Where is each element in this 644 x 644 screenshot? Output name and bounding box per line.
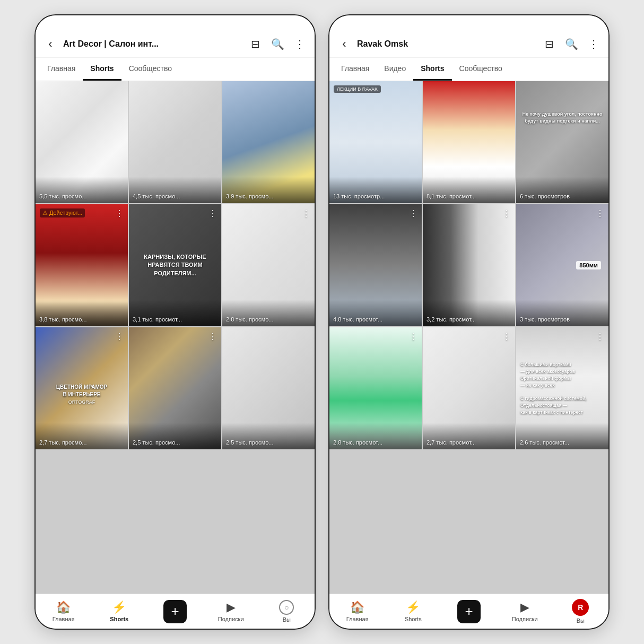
video-thumb-2-7[interactable]: ⋮ 2,8 тыс. просмот... (329, 327, 422, 449)
video-thumb-1-1[interactable]: 5,5 тыс. просмо... (36, 81, 128, 203)
video-thumb-1-5[interactable]: ⋮ КАРНИЗЫ, КОТОРЫЕ НРАВЯТСЯ ТВОИМ РОДИТЕ… (129, 204, 221, 326)
video-thumb-1-6[interactable]: ⋮ 2,8 тыс. просмо... (222, 204, 315, 326)
bottom-nav-subscriptions-1[interactable]: ▶ Подписки (215, 601, 247, 622)
video-thumb-1-2[interactable]: 4,5 тыс. просмо... (129, 81, 221, 203)
status-bar-2 (329, 15, 608, 30)
back-button-2[interactable]: ‹ (335, 37, 354, 51)
phone-artdecor: ‹ Art Decor | Салон инт... ⊟ 🔍 ⋮ Главная… (34, 14, 316, 630)
bottom-nav-you-2[interactable]: R Вы (564, 599, 596, 624)
home-label-2: Главная (346, 616, 369, 622)
plus-button-2[interactable]: + (457, 600, 481, 623)
you-label-1: Вы (283, 616, 291, 623)
back-button-1[interactable]: ‹ (41, 37, 60, 51)
video-grid-2: ЛЕКЦИИ В RAVAK 13 тыс. просмотр... 8,1 т… (329, 81, 608, 594)
shorts-icon-2: ⚡ (406, 601, 420, 614)
video-thumb-2-8[interactable]: ⋮ 2,7 тыс. просмот... (423, 327, 515, 449)
subscriptions-label-2: Подписки (512, 616, 538, 622)
tab-community-2[interactable]: Сообщество (452, 58, 510, 81)
top-nav-2: ‹ Ravak Omsk ⊟ 🔍 ⋮ (329, 30, 608, 58)
bottom-nav-shorts-1[interactable]: ⚡ Shorts (103, 601, 135, 622)
shorts-label-2: Shorts (405, 616, 422, 622)
plus-button-1[interactable]: + (163, 600, 187, 623)
ravak-avatar-icon: R (572, 599, 589, 616)
video-thumb-1-3[interactable]: 3,9 тыс. просмо... (222, 81, 315, 203)
video-thumb-1-4[interactable]: ⚠ Действуют... ⋮ 3,8 тыс. просмо... (36, 204, 128, 326)
bottom-nav-shorts-2[interactable]: ⚡ Shorts (397, 601, 429, 622)
video-thumb-2-9[interactable]: ⋮ С большими вортками— для всех аксессуа… (516, 327, 608, 449)
bottom-nav-1: 🏠 Главная ⚡ Shorts + ▶ Подписки ○ Вы (36, 594, 315, 629)
subscriptions-icon-1: ▶ (227, 601, 236, 614)
bottom-nav-plus-2[interactable]: + (453, 600, 485, 623)
top-nav-1: ‹ Art Decor | Салон инт... ⊟ 🔍 ⋮ (36, 30, 315, 58)
bottom-nav-2: 🏠 Главная ⚡ Shorts + ▶ Подписки R Вы (329, 594, 608, 629)
more-icon-1[interactable]: ⋮ (290, 34, 309, 54)
more-icon-2[interactable]: ⋮ (584, 34, 603, 54)
tab-home-1[interactable]: Главная (40, 58, 83, 81)
video-thumb-1-9[interactable]: 2,5 тыс. просмо... (222, 327, 315, 449)
cast-icon-2[interactable]: ⊟ (539, 34, 559, 54)
bottom-nav-home-1[interactable]: 🏠 Главная (48, 601, 80, 622)
you-icon-1: ○ (279, 600, 294, 615)
home-label-1: Главная (53, 616, 75, 622)
tab-home-2[interactable]: Главная (334, 58, 377, 81)
tab-community-1[interactable]: Сообщество (121, 58, 179, 81)
bottom-nav-you-1[interactable]: ○ Вы (271, 600, 302, 623)
video-thumb-2-5[interactable]: ⋮ 3,2 тыс. просмот... (423, 204, 515, 326)
video-thumb-2-4[interactable]: ⋮ 4,8 тыс. просмот... (329, 204, 422, 326)
bottom-nav-home-2[interactable]: 🏠 Главная (342, 601, 373, 622)
tab-bar-1: Главная Shorts Сообщество (36, 58, 315, 81)
phone-ravak: ‹ Ravak Omsk ⊟ 🔍 ⋮ Главная Видео Shorts … (328, 14, 610, 630)
home-icon-2: 🏠 (350, 601, 364, 614)
video-thumb-2-3[interactable]: Не хочу душевой угол, постоянно будут ви… (516, 81, 608, 203)
cast-icon-1[interactable]: ⊟ (246, 34, 265, 54)
bottom-nav-plus-1[interactable]: + (159, 600, 191, 623)
shorts-icon-1: ⚡ (112, 601, 126, 614)
search-icon-2[interactable]: 🔍 (562, 34, 581, 54)
tab-shorts-1[interactable]: Shorts (83, 58, 121, 81)
video-thumb-1-7[interactable]: ⋮ ЦВЕТНОЙ МРАМОРВ ИНТЕРЬЕРЕORTOGRAF 2,7 … (36, 327, 128, 449)
search-icon-1[interactable]: 🔍 (268, 34, 287, 54)
video-thumb-2-2[interactable]: 8,1 тыс. просмот... (423, 81, 515, 203)
video-thumb-2-1[interactable]: ЛЕКЦИИ В RAVAK 13 тыс. просмотр... (329, 81, 422, 203)
bottom-nav-subscriptions-2[interactable]: ▶ Подписки (509, 601, 541, 622)
channel-title-1: Art Decor | Салон инт... (63, 39, 242, 49)
shorts-label-1: Shorts (110, 616, 128, 622)
video-thumb-2-6[interactable]: ⋮ 850мм 3 тыс. просмотров (516, 204, 608, 326)
subscriptions-label-1: Подписки (218, 616, 244, 622)
tab-bar-2: Главная Видео Shorts Сообщество (329, 58, 608, 81)
you-label-2: Вы (577, 617, 585, 624)
video-grid-1: 5,5 тыс. просмо... 4,5 тыс. просмо... 3,… (36, 81, 315, 594)
home-icon-1: 🏠 (56, 601, 71, 614)
video-thumb-1-8[interactable]: ⋮ 2,5 тыс. просмо... (129, 327, 221, 449)
tab-video-2[interactable]: Видео (377, 58, 413, 81)
tab-shorts-2[interactable]: Shorts (413, 58, 451, 81)
channel-title-2: Ravak Omsk (357, 39, 536, 49)
subscriptions-icon-2: ▶ (520, 601, 529, 614)
status-bar-1 (36, 15, 315, 30)
